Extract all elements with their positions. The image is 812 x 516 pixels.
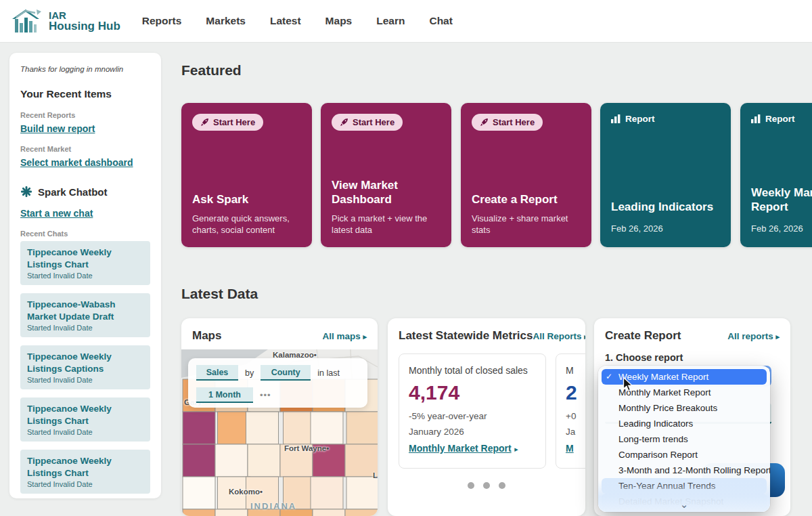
main-nav: Reports Markets Latest Maps Learn Chat — [142, 15, 453, 27]
chat-status: Started Invalid Date — [27, 324, 143, 332]
select-market-dashboard-link[interactable]: Select market dashboard — [20, 157, 133, 168]
card-title: Create a Report — [472, 192, 581, 207]
choropleth-map[interactable]: Kalamazoo• Gary• Fort Wayne• Kokomo• L I… — [181, 349, 378, 516]
rocket-icon — [200, 118, 209, 127]
checkmark-icon: ✓ — [606, 369, 612, 385]
recent-chat-item[interactable]: Tippecanoe-Wabash Market Update Draft St… — [20, 293, 150, 337]
badge-label: Start Here — [493, 117, 535, 127]
nav-chat[interactable]: Chat — [429, 15, 452, 27]
map-label-kokomo: Kokomo• — [229, 488, 263, 496]
dropdown-option-monthly-price-breakouts[interactable]: Monthly Price Breakouts — [602, 400, 767, 416]
chat-status: Started Invalid Date — [27, 428, 143, 436]
start-new-chat-link[interactable]: Start a new chat — [20, 208, 93, 219]
start-here-badge: Start Here — [192, 114, 263, 131]
metric-label: M — [566, 365, 585, 376]
recent-chat-item[interactable]: Tippecanoe Weekly Listings Chart Started… — [20, 397, 150, 442]
dropdown-option-long-term-trends[interactable]: Long-term trends — [602, 431, 767, 447]
tag-label: Report — [765, 114, 795, 124]
chat-status: Started Invalid Date — [27, 376, 143, 384]
nav-markets[interactable]: Markets — [206, 15, 246, 27]
recent-chat-item[interactable]: Tippecanoe Weekly Listings Chart Started… — [20, 241, 150, 285]
recent-reports-label: Recent Reports — [20, 111, 150, 119]
dropdown-option-monthly-market-report[interactable]: Monthly Market Report — [602, 385, 767, 400]
tag-label: Report — [625, 114, 655, 124]
map-geography-select[interactable]: County — [261, 365, 311, 381]
chat-title: Tippecanoe Weekly Listings Captions — [27, 351, 143, 374]
recent-chat-item[interactable]: Tippecanoe Weekly Listings Captions Star… — [20, 345, 150, 389]
metric-period: Ja — [566, 427, 585, 437]
all-maps-link[interactable]: All maps ▸ — [322, 331, 367, 341]
chevron-right-icon: ▸ — [584, 332, 585, 341]
by-label: by — [245, 368, 254, 378]
featured-card-ask-spark[interactable]: Start Here Ask Spark Generate quick answ… — [181, 103, 312, 247]
top-navbar: IAR Housing Hub Reports Markets Latest M… — [0, 0, 812, 43]
carousel-dot[interactable] — [468, 482, 474, 489]
latest-data-section-title: Latest Data — [181, 286, 258, 302]
monthly-market-report-link[interactable]: Monthly Market Report — [409, 443, 512, 454]
more-options-ellipsis-icon[interactable]: ••• — [260, 390, 271, 400]
map-period-select[interactable]: 1 Month — [196, 387, 253, 403]
card-date: Feb 26, 2026 — [611, 223, 720, 234]
featured-card-create-report[interactable]: Start Here Create a Report Visualize + s… — [461, 103, 591, 247]
card-date: Feb 26, 2026 — [751, 223, 812, 234]
card-description: Pick a market + view the latest data — [332, 213, 441, 236]
app-logo[interactable]: IAR Housing Hub — [11, 7, 120, 35]
start-here-badge: Start Here — [332, 114, 403, 131]
chat-title: Tippecanoe Weekly Listings Chart — [27, 403, 143, 427]
recent-items-title: Your Recent Items — [20, 88, 150, 100]
chat-title: Tippecanoe Weekly Listings Chart — [27, 246, 143, 270]
nav-reports[interactable]: Reports — [142, 15, 182, 27]
bar-chart-icon — [751, 114, 761, 123]
dropdown-option-rolling-report[interactable]: 3-Month and 12-Month Rolling Report — [602, 463, 767, 478]
recent-chats-label: Recent Chats — [20, 230, 150, 238]
card-description: Generate quick answers, charts, social c… — [192, 213, 301, 236]
metrics-card-title: Latest Statewide Metrics — [399, 329, 533, 343]
report-tag: Report — [611, 114, 720, 124]
all-reports-link[interactable]: All Reports ▸ — [533, 331, 585, 341]
spark-chatbot-header: Spark Chatbot — [20, 186, 150, 198]
card-title: Weekly Market Report — [751, 186, 812, 215]
maps-card-title: Maps — [192, 329, 221, 343]
metric-card-partial: M 2 +0 Ja M — [556, 353, 585, 469]
featured-card-leading-indicators[interactable]: Report Leading Indicators Feb 26, 2026 — [600, 103, 731, 247]
metric-label: Monthly total of closed sales — [409, 365, 536, 376]
badge-label: Start Here — [353, 117, 394, 127]
metrics-card-header: Latest Statewide Metrics All Reports ▸ — [388, 318, 585, 349]
rocket-icon — [340, 118, 348, 127]
all-reports-link[interactable]: All reports ▸ — [727, 331, 780, 341]
report-type-dropdown: ✓ Weekly Market Report Monthly Market Re… — [598, 366, 770, 512]
featured-card-weekly-market-report[interactable]: Report Weekly Market Report Feb 26, 2026 — [740, 103, 812, 247]
spark-chatbot-title: Spark Chatbot — [38, 186, 108, 198]
chevron-right-icon: ▸ — [363, 332, 367, 341]
dropdown-option-leading-indicators[interactable]: Leading Indicators — [602, 416, 767, 431]
nav-learn[interactable]: Learn — [376, 15, 405, 27]
dropdown-scroll-fade: ⌄ — [598, 481, 770, 512]
dropdown-option-comparison-report[interactable]: Comparison Report — [602, 447, 767, 463]
chat-title: Tippecanoe Weekly Listings Chart — [27, 455, 143, 479]
chat-status: Started Invalid Date — [27, 480, 143, 488]
nav-maps[interactable]: Maps — [325, 15, 353, 27]
chevron-down-icon[interactable]: ⌄ — [680, 499, 689, 509]
recent-market-label: Recent Market — [20, 145, 150, 153]
carousel-dot[interactable] — [499, 482, 505, 489]
nav-latest[interactable]: Latest — [270, 15, 301, 27]
map-metric-select[interactable]: Sales — [196, 365, 238, 381]
report-link[interactable]: M — [566, 443, 574, 454]
featured-card-market-dashboard[interactable]: Start Here View Market Dashboard Pick a … — [321, 103, 451, 247]
sidebar: Thanks for logging in mnowlin Your Recen… — [9, 53, 161, 498]
dropdown-option-weekly-market-report[interactable]: ✓ Weekly Market Report — [602, 369, 767, 385]
app-title: IAR Housing Hub — [49, 10, 120, 33]
chevron-right-icon: ▸ — [514, 445, 518, 453]
metric-delta: +0 — [566, 411, 585, 421]
start-here-badge: Start Here — [472, 114, 543, 131]
map-label-edge: L — [373, 471, 378, 479]
card-title: View Market Dashboard — [332, 178, 441, 207]
card-title: Ask Spark — [192, 192, 301, 207]
in-last-label: in last — [317, 368, 340, 378]
badge-label: Start Here — [213, 117, 255, 127]
bar-chart-icon — [611, 114, 621, 123]
card-description: Visualize + share market stats — [472, 213, 581, 236]
carousel-dot[interactable] — [483, 482, 490, 489]
recent-chat-item[interactable]: Tippecanoe Weekly Listings Chart Started… — [20, 450, 150, 494]
build-new-report-link[interactable]: Build new report — [20, 123, 95, 134]
